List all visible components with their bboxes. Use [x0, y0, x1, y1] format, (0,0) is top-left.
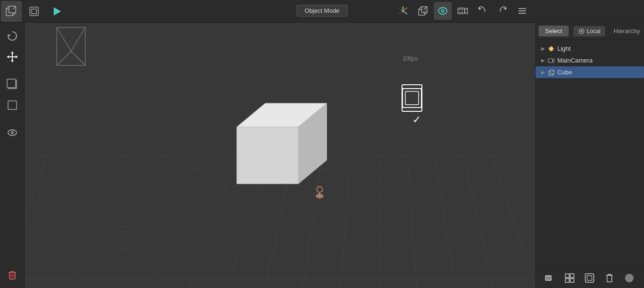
svg-rect-62	[237, 127, 298, 184]
svg-rect-78	[7, 79, 16, 88]
svg-rect-109	[565, 274, 569, 278]
svg-point-90	[581, 30, 582, 32]
svg-rect-5	[30, 7, 38, 16]
svg-marker-75	[7, 55, 9, 58]
hierarchy-list: ▶ Light ▶ MainCamera	[536, 40, 644, 81]
axes-btn[interactable]	[394, 2, 412, 20]
svg-marker-7	[54, 8, 61, 15]
svg-marker-23	[465, 8, 467, 14]
svg-marker-76	[16, 55, 18, 58]
svg-marker-28	[479, 7, 482, 10]
svg-line-96	[549, 46, 550, 47]
bt-delete[interactable]	[601, 270, 618, 287]
viewport-controls	[394, 2, 531, 20]
camera-view-btn[interactable]	[434, 2, 452, 20]
local-btn[interactable]: Local	[573, 26, 605, 36]
svg-rect-79	[8, 101, 17, 109]
bt-grid[interactable]	[561, 270, 578, 287]
play-icon-btn[interactable]	[46, 1, 67, 22]
square-btn[interactable]	[3, 96, 22, 115]
frame-icon-btn[interactable]	[24, 1, 45, 22]
right-panel: Select Local Hierarchy ▶	[535, 23, 644, 288]
svg-marker-74	[11, 60, 14, 63]
eye-btn[interactable]	[3, 123, 22, 142]
bt-sphere[interactable]	[621, 270, 638, 287]
svg-line-99	[549, 50, 550, 51]
hierarchy-btn[interactable]: Hierarchy	[609, 26, 644, 36]
bt-disc[interactable]	[581, 270, 598, 287]
viewport[interactable]: 33fps ✓	[0, 23, 535, 288]
film-camera-btn[interactable]	[454, 2, 472, 20]
bottom-toolbar-right	[535, 267, 644, 288]
arrow-camera: ▶	[541, 58, 545, 63]
svg-line-97	[553, 50, 554, 51]
svg-line-16	[419, 7, 421, 9]
svg-rect-69	[405, 91, 419, 105]
svg-line-98	[553, 46, 554, 47]
svg-marker-29	[503, 7, 506, 10]
cube-icon-hier	[548, 69, 555, 76]
svg-line-2	[6, 6, 9, 9]
svg-point-91	[549, 47, 553, 51]
svg-rect-100	[548, 59, 553, 63]
svg-point-13	[402, 9, 404, 12]
hierarchy-item-cube[interactable]: ▶ Cube	[536, 66, 644, 78]
hierarchy-item-light[interactable]: ▶ Light	[536, 43, 644, 54]
camera-icon	[548, 57, 555, 64]
local-label: Local	[587, 28, 600, 35]
svg-point-26	[462, 9, 463, 10]
svg-line-4	[13, 13, 16, 16]
bt-rect[interactable]	[541, 270, 558, 287]
select-btn[interactable]: Select	[538, 26, 569, 36]
mode-selector[interactable]: Object Mode	[296, 5, 348, 17]
trash-btn[interactable]	[3, 265, 22, 284]
layers-btn[interactable]	[3, 75, 22, 94]
svg-rect-22	[458, 8, 465, 14]
svg-rect-114	[587, 276, 592, 280]
grid	[0, 23, 535, 288]
svg-point-21	[442, 10, 444, 12]
svg-rect-113	[585, 274, 594, 282]
cube-label: Cube	[557, 69, 572, 76]
move-btn[interactable]	[3, 47, 22, 66]
arrow-cube: ▶	[541, 70, 545, 75]
left-toolbar	[0, 23, 25, 288]
arrow-light: ▶	[541, 46, 545, 51]
iso-view-btn[interactable]	[414, 2, 432, 20]
svg-point-82	[11, 132, 12, 133]
svg-rect-111	[565, 279, 569, 282]
svg-rect-6	[32, 9, 36, 14]
select-bar: Select Local Hierarchy	[536, 23, 644, 40]
svg-marker-73	[11, 51, 14, 54]
svg-rect-115	[607, 275, 612, 282]
undo-btn[interactable]	[474, 2, 492, 20]
fps-counter: 33fps	[402, 55, 418, 62]
svg-point-25	[459, 12, 461, 13]
menu-btn[interactable]	[513, 2, 531, 20]
svg-marker-101	[553, 59, 554, 63]
checkmark: ✓	[412, 114, 421, 126]
cube-icon-btn[interactable]	[1, 1, 22, 22]
svg-point-27	[462, 12, 463, 13]
svg-rect-112	[570, 279, 574, 282]
selection-box	[402, 84, 422, 112]
top-toolbar: Object Mode	[0, 0, 644, 23]
hierarchy-item-maincamera[interactable]: ▶ MainCamera	[536, 54, 644, 66]
redo-btn[interactable]	[493, 2, 511, 20]
svg-rect-110	[570, 274, 574, 278]
light-label: Light	[557, 45, 571, 52]
maincamera-label: MainCamera	[557, 57, 592, 64]
svg-point-24	[459, 9, 461, 10]
refresh-btn[interactable]	[3, 27, 22, 45]
light-icon	[548, 45, 555, 52]
svg-line-18	[424, 12, 427, 15]
